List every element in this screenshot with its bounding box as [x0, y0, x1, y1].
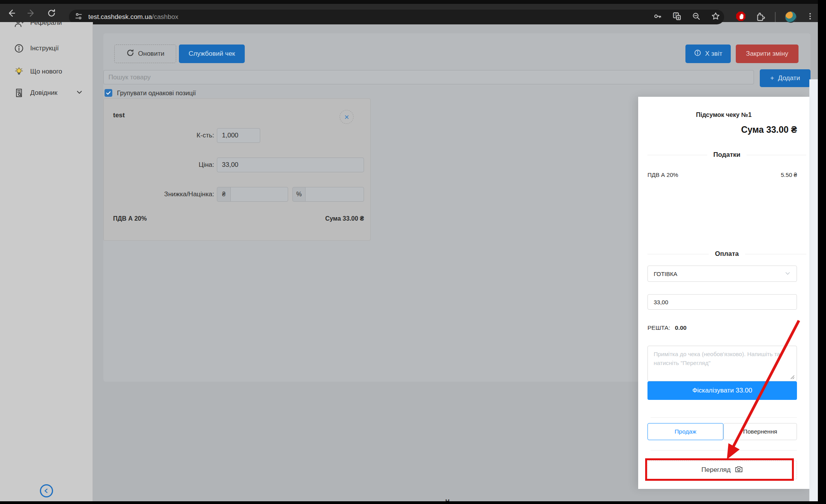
product-sum-line: Сума 33.00 ₴: [248, 215, 364, 222]
product-tax-line: ПДВ А 20%: [113, 215, 147, 222]
referrals-person-plus-icon: [14, 22, 24, 28]
sidebar-collapse-button[interactable]: [40, 484, 53, 497]
info-circle-icon: [14, 43, 24, 53]
product-name: test: [113, 111, 125, 119]
discount-uah-input[interactable]: [230, 187, 288, 202]
group-items-checkbox[interactable]: [105, 89, 112, 97]
payment-amount-input[interactable]: [647, 294, 797, 310]
change-value: 0.00: [675, 324, 687, 331]
sidebar-item-whats-new[interactable]: Що нового: [0, 65, 93, 79]
percent-addon: %: [292, 187, 306, 202]
menu-dots-icon[interactable]: [806, 12, 814, 22]
lightbulb-icon: [14, 67, 24, 77]
group-items-row: Групувати однакові позиції: [105, 89, 196, 97]
url-path: /cashbox: [152, 13, 178, 21]
plus-icon: +: [770, 74, 774, 82]
fiscalize-label: Фіскалізувати 33.00: [692, 387, 752, 394]
x-report-label: Х звіт: [705, 50, 722, 58]
sidebar-item-referrals[interactable]: Реферали: [0, 22, 93, 30]
divider: [651, 417, 797, 418]
resize-handle-icon[interactable]: [790, 374, 795, 381]
fiscalize-button[interactable]: Фіскалізувати 33.00: [647, 381, 797, 400]
sidebar-item-label: Що нового: [30, 68, 62, 75]
receipt-note-textarea[interactable]: [647, 346, 797, 381]
remove-product-button[interactable]: [340, 110, 354, 124]
page-scrollbar[interactable]: [809, 79, 818, 501]
price-input[interactable]: [217, 158, 364, 172]
add-label: Додати: [778, 74, 800, 82]
close-shift-button[interactable]: Закрити зміну: [736, 45, 799, 63]
bottom-peek-text: Н: [445, 498, 461, 501]
payment-method-select[interactable]: ГОТІВКА: [647, 266, 797, 282]
profile-avatar[interactable]: [785, 11, 797, 23]
site-info-icon[interactable]: [74, 12, 83, 22]
change-row: РЕШТА: 0.00: [647, 324, 687, 331]
divider: [651, 450, 797, 451]
chevron-down-icon: [785, 270, 791, 278]
payment-title: Оплата: [715, 250, 739, 258]
discount-label: Знижка/Націнка:: [116, 190, 214, 198]
close-shift-label: Закрити зміну: [746, 50, 788, 58]
refresh-label: Оновити: [138, 50, 165, 58]
sidebar-item-label: Довідник: [30, 89, 57, 97]
annotation-highlight-box: [645, 458, 794, 481]
sidebar-item-directory[interactable]: Довідник: [0, 86, 93, 100]
url-host: test.cashdesk.com.ua: [88, 13, 152, 21]
qty-label: К-сть:: [116, 132, 214, 139]
toolbar-separator: [775, 12, 776, 22]
price-label: Ціна:: [116, 161, 214, 169]
payment-method-value: ГОТІВКА: [654, 271, 677, 277]
forward-icon[interactable]: [25, 7, 38, 20]
group-items-label: Групувати однакові позиції: [117, 89, 196, 97]
service-check-button[interactable]: Службовий чек: [179, 45, 245, 63]
discount-percent-input[interactable]: [305, 187, 364, 202]
window-top-strip: [0, 0, 826, 4]
payment-divider: Оплата: [647, 250, 806, 258]
password-key-icon[interactable]: [653, 12, 662, 22]
refresh-icon: [126, 49, 134, 59]
translate-icon[interactable]: G: [672, 12, 682, 22]
product-search-input[interactable]: [103, 70, 754, 84]
reload-icon[interactable]: [45, 7, 58, 20]
receipt-drawer: Підсумок чеку №1 Сума 33.00 ₴ Податки ПД…: [638, 97, 809, 489]
refund-label: Повернення: [743, 428, 777, 435]
url-text[interactable]: test.cashdesk.com.ua/cashbox: [88, 13, 178, 21]
service-check-label: Службовий чек: [189, 50, 235, 58]
extensions-icon[interactable]: [756, 11, 766, 23]
refund-tab-button[interactable]: Повернення: [723, 423, 797, 440]
qty-input[interactable]: [217, 128, 260, 143]
bookmark-star-icon[interactable]: [711, 12, 720, 22]
adblock-extension-icon[interactable]: [735, 11, 746, 23]
x-report-button[interactable]: Х звіт: [685, 45, 731, 63]
screen-right-edge: [818, 0, 826, 504]
zoom-out-icon[interactable]: [692, 12, 701, 22]
receipt-total: Сума 33.00 ₴: [647, 125, 797, 135]
screen: test.cashdesk.com.ua/cashbox G: [0, 0, 826, 504]
address-bar[interactable]: test.cashdesk.com.ua/cashbox G: [69, 10, 724, 24]
tax-name: ПДВ А 20%: [647, 171, 678, 178]
refresh-button[interactable]: Оновити: [114, 45, 176, 63]
browser-toolbar: test.cashdesk.com.ua/cashbox G: [0, 4, 826, 22]
screen-bottom-edge: [0, 501, 826, 504]
sale-tab-button[interactable]: Продаж: [647, 423, 723, 440]
back-icon[interactable]: [5, 7, 18, 20]
sidebar-item-label: Реферали: [30, 22, 62, 27]
uah-addon: ₴: [217, 187, 231, 202]
change-label: РЕШТА:: [647, 324, 670, 331]
tax-amount: 5.50 ₴: [720, 171, 797, 178]
info-circle-icon: [694, 49, 701, 58]
receipt-title: Підсумок чеку №1: [638, 111, 809, 118]
sale-label: Продаж: [675, 428, 696, 435]
add-product-button[interactable]: + Додати: [760, 69, 811, 87]
taxes-divider: Податки: [647, 151, 806, 159]
taxes-title: Податки: [713, 151, 740, 159]
chevron-down-icon: [76, 89, 83, 98]
sidebar: Реферали Інструкції Що нового Довідник: [0, 22, 93, 501]
sidebar-item-instructions[interactable]: Інструкції: [0, 41, 93, 55]
sidebar-item-label: Інструкції: [30, 45, 59, 52]
document-search-icon: [14, 88, 24, 98]
